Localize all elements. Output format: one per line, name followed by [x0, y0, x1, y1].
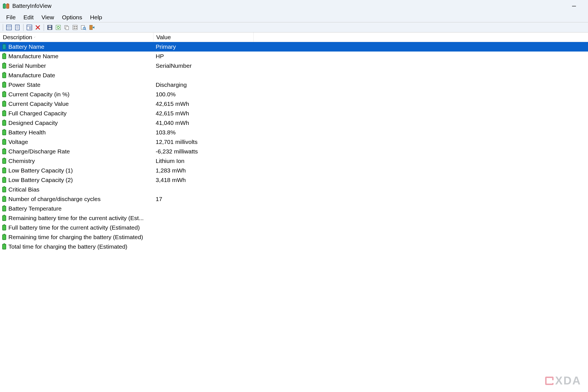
table-row[interactable]: Manufacture NameHP	[0, 52, 588, 61]
cell-description: Number of charge/discharge cycles	[0, 196, 153, 202]
table-row[interactable]: Current Capacity Value42,615 mWh	[0, 99, 588, 109]
details-pane-icon[interactable]	[5, 24, 13, 31]
svg-rect-15	[29, 27, 31, 29]
menu-options[interactable]: Options	[58, 13, 86, 22]
window-controls	[568, 2, 585, 10]
cell-description: Critical Bias	[0, 186, 153, 193]
battery-icon	[2, 177, 6, 183]
cell-value: Discharging	[153, 81, 254, 88]
row-description-text: Full battery time for the current activi…	[8, 224, 140, 231]
cell-description: Current Capacity Value	[0, 101, 153, 107]
properties-icon[interactable]	[26, 24, 33, 31]
table-row[interactable]: Designed Capacity41,040 mWh	[0, 118, 588, 128]
cell-value: 42,615 mWh	[153, 101, 254, 107]
save-icon[interactable]	[46, 24, 53, 31]
table-row[interactable]: Number of charge/discharge cycles17	[0, 194, 588, 204]
toolbar-separator	[44, 24, 44, 31]
menu-file[interactable]: File	[2, 13, 20, 22]
table-row[interactable]: Battery NamePrimary	[0, 42, 588, 52]
svg-rect-33	[90, 25, 92, 30]
table-row[interactable]: Voltage12,701 millivolts	[0, 137, 588, 147]
column-description-label: Description	[3, 34, 32, 41]
battery-icon	[2, 44, 6, 50]
row-description-text: Critical Bias	[8, 186, 39, 193]
battery-icon	[2, 187, 6, 192]
minimize-button[interactable]	[568, 2, 580, 10]
options-icon[interactable]	[71, 24, 79, 31]
cell-description: Current Capacity (in %)	[0, 91, 153, 98]
column-value[interactable]: Value	[153, 32, 254, 42]
column-description[interactable]: Description ⁄	[0, 32, 153, 42]
row-description-text: Power State	[8, 81, 40, 88]
cell-description: Power State	[0, 81, 153, 88]
cell-description: Remaining time for charging the battery …	[0, 234, 153, 241]
battery-icon	[2, 73, 6, 78]
menu-help[interactable]: Help	[86, 13, 106, 22]
row-description-text: Manufacture Date	[8, 72, 55, 79]
table-row[interactable]: Battery Temperature	[0, 204, 588, 213]
table-row[interactable]: Current Capacity (in %)100.0%	[0, 90, 588, 99]
battery-icon	[2, 130, 6, 135]
watermark-text: XDA	[555, 374, 581, 387]
cell-description: Full battery time for the current activi…	[0, 224, 153, 231]
table-row[interactable]: Power StateDischarging	[0, 80, 588, 90]
row-description-text: Current Capacity Value	[8, 101, 69, 107]
table-row[interactable]: Serial NumberSerialNumber	[0, 61, 588, 71]
cell-value: 103.8%	[153, 129, 254, 136]
watermark-square-icon	[545, 377, 554, 385]
cell-description: Remaining battery time for the current a…	[0, 215, 153, 221]
battery-icon	[2, 63, 6, 69]
cell-description: Low Battery Capacity (2)	[0, 177, 153, 183]
menu-view[interactable]: View	[38, 13, 58, 22]
cell-description: Designed Capacity	[0, 120, 153, 126]
cell-description: Battery Health	[0, 129, 153, 136]
svg-rect-24	[66, 26, 69, 30]
cell-value: 1,283 mWh	[153, 167, 254, 174]
toolbar-separator	[3, 24, 3, 31]
table-row[interactable]: ChemistryLithium Ion	[0, 156, 588, 166]
notes-icon[interactable]	[14, 24, 21, 31]
table-row[interactable]: Battery Health103.8%	[0, 128, 588, 137]
svg-rect-9	[15, 25, 19, 30]
table-row[interactable]: Full battery time for the current activi…	[0, 223, 588, 232]
toolbar	[0, 22, 588, 32]
svg-rect-19	[48, 25, 51, 27]
battery-icon	[2, 168, 6, 173]
refresh-icon[interactable]	[55, 24, 62, 31]
table-row[interactable]: Low Battery Capacity (2)3,418 mWh	[0, 175, 588, 185]
cell-value: 12,701 millivolts	[153, 139, 254, 145]
table-row[interactable]: Remaining time for charging the battery …	[0, 232, 588, 242]
table-row[interactable]: Charge/Discharge Rate-6,232 milliwatts	[0, 147, 588, 156]
copy-icon[interactable]	[63, 24, 70, 31]
battery-icon	[2, 82, 6, 88]
watermark-logo: XDA	[545, 374, 581, 387]
row-description-text: Full Charged Capacity	[8, 110, 67, 117]
cell-description: Manufacture Date	[0, 72, 153, 79]
menu-edit[interactable]: Edit	[20, 13, 38, 22]
sort-indicator-icon: ⁄	[34, 36, 35, 38]
row-description-text: Battery Name	[8, 43, 44, 50]
list-body: Battery NamePrimaryManufacture NameHPSer…	[0, 42, 588, 251]
table-row[interactable]: Total time for charging the battery (Est…	[0, 242, 588, 251]
svg-rect-3	[7, 3, 8, 4]
table-row[interactable]: Low Battery Capacity (1)1,283 mWh	[0, 166, 588, 175]
svg-point-28	[74, 28, 75, 29]
exit-icon[interactable]	[88, 24, 95, 31]
row-description-text: Serial Number	[8, 62, 46, 69]
find-icon[interactable]	[80, 24, 87, 31]
row-description-text: Charge/Discharge Rate	[8, 148, 70, 155]
column-header: Description ⁄ Value	[0, 32, 588, 42]
app-icon	[3, 3, 10, 10]
row-description-text: Remaining time for charging the battery …	[8, 234, 143, 241]
table-row[interactable]: Full Charged Capacity42,615 mWh	[0, 109, 588, 118]
cell-description: Low Battery Capacity (1)	[0, 167, 153, 174]
table-row[interactable]: Remaining battery time for the current a…	[0, 213, 588, 223]
table-row[interactable]: Manufacture Date	[0, 71, 588, 80]
cell-description: Battery Name	[0, 43, 153, 50]
cell-description: Manufacture Name	[0, 53, 153, 60]
titlebar[interactable]: BatteryInfoView	[0, 0, 588, 12]
table-row[interactable]: Critical Bias	[0, 185, 588, 194]
row-description-text: Manufacture Name	[8, 53, 59, 60]
delete-icon[interactable]	[34, 24, 41, 31]
cell-description: Voltage	[0, 139, 153, 145]
